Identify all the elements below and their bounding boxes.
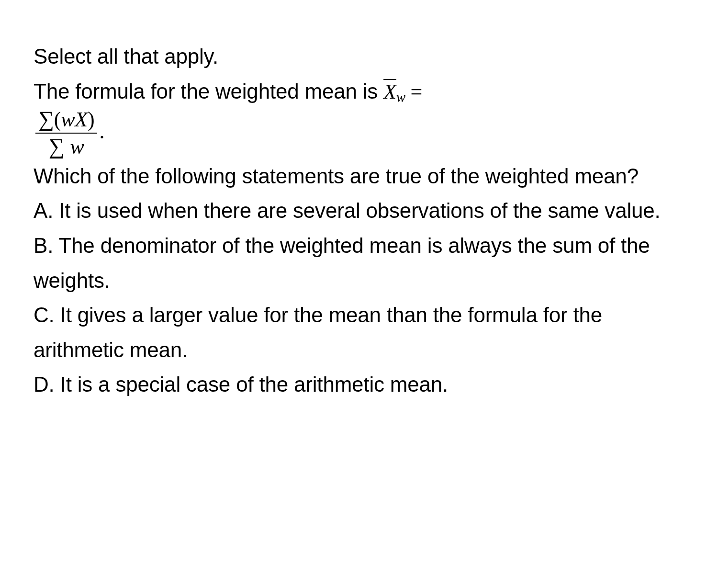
question-block: Select all that apply. The formula for t… xyxy=(0,0,718,402)
option-a[interactable]: A. It is used when there are several obs… xyxy=(34,193,684,228)
xbar-w: Xw xyxy=(383,80,405,103)
equals-sign: = xyxy=(405,80,422,103)
question-text: Which of the following statements are tr… xyxy=(34,159,684,194)
option-b[interactable]: B. The denominator of the weighted mean … xyxy=(34,228,684,298)
formula-line: The formula for the weighted mean is Xw … xyxy=(34,74,684,159)
period: . xyxy=(99,120,104,144)
fraction: ∑(wX) ∑ w xyxy=(35,107,97,159)
fraction-denominator: ∑ w xyxy=(35,134,97,159)
fraction-numerator: ∑(wX) xyxy=(35,107,97,134)
option-d[interactable]: D. It is a special case of the arithmeti… xyxy=(34,367,684,402)
intro-text: The formula for the weighted mean is xyxy=(34,79,383,103)
instruction-text: Select all that apply. xyxy=(34,39,684,74)
option-c[interactable]: C. It gives a larger value for the mean … xyxy=(34,298,684,367)
